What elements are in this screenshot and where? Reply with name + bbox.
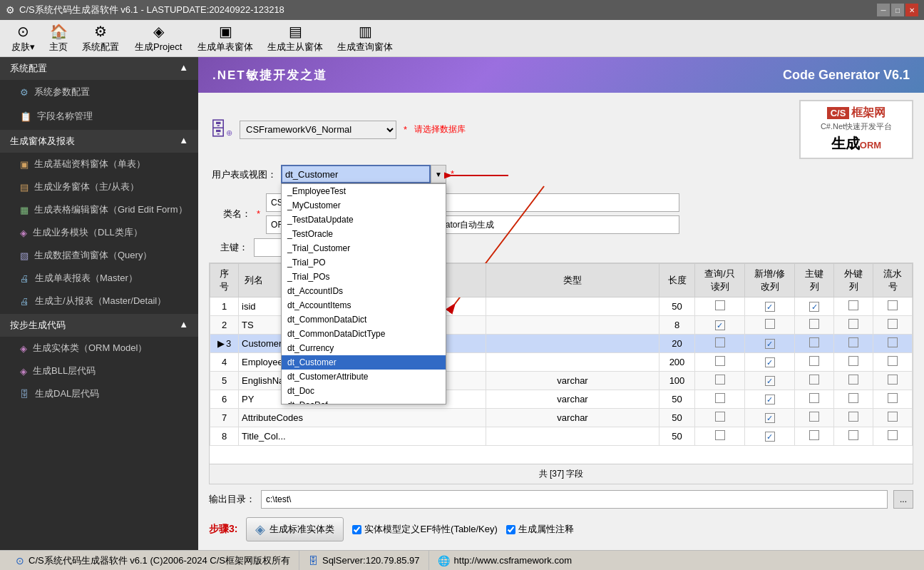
toolbar-genquery-button[interactable]: ▥ 生成查询窗体: [332, 21, 399, 56]
dd-item-8[interactable]: dt_AccountIDs: [282, 284, 446, 298]
output-dir-input[interactable]: [261, 490, 888, 509]
checkbox-unchecked[interactable]: [715, 412, 725, 422]
dd-item-11[interactable]: dt_CommonDataDictType: [282, 327, 446, 341]
checkbox-unchecked[interactable]: [765, 319, 775, 329]
sidebar-item-gengrid[interactable]: ▦ 生成表格编辑窗体（Grid Edit Form）: [0, 198, 198, 221]
sidebar-item-sysparams[interactable]: ⚙ 系统参数配置: [0, 80, 198, 104]
dd-item-3[interactable]: _TestDataUpdate: [282, 213, 446, 227]
toolbar-gensub-button[interactable]: ▤ 生成主从窗体: [262, 21, 329, 56]
sidebar-header-forms[interactable]: 生成窗体及报表▲: [0, 130, 198, 153]
checkbox-checked[interactable]: ✓: [765, 395, 775, 404]
dd-item-selected[interactable]: dt_Customer: [282, 355, 446, 370]
close-btn[interactable]: ✕: [905, 4, 918, 16]
dd-item-4[interactable]: _TestOracle: [282, 227, 446, 241]
sidebar-item-genbll[interactable]: ◈ 生成BLL层代码: [0, 360, 198, 382]
toolbar-skin-button[interactable]: ⊙ 皮肤▾: [6, 21, 41, 56]
sidebar-item-genmaster[interactable]: 🖨 生成单表报表（Master）: [0, 267, 198, 290]
logo-box: C/S 框架网 C#.Net快速开发平台 生成ORM: [799, 100, 913, 159]
orm-step-icon: ◈: [20, 343, 27, 354]
checkbox-unchecked[interactable]: [888, 319, 898, 329]
sidebar-header-steps[interactable]: 按步生成代码▲: [0, 314, 198, 337]
table-text-input[interactable]: [281, 165, 431, 183]
sidebar-header-sysconfig[interactable]: 系统配置▲: [0, 57, 198, 80]
business-form-icon: ▤: [20, 182, 29, 193]
checkbox-unchecked[interactable]: [715, 375, 725, 385]
dd-item-6[interactable]: _Trial_PO: [282, 255, 446, 270]
checkbox-unchecked[interactable]: [848, 337, 858, 347]
dd-item-5[interactable]: _Trial_Customer: [282, 241, 446, 255]
db-dropdown[interactable]: CSFrameworkV6_Normal: [240, 121, 396, 139]
dd-item-10[interactable]: dt_CommonDataDict: [282, 312, 446, 327]
table-req-star: *: [451, 165, 454, 179]
toolbar-genproject-button[interactable]: ◈ 生成Project: [128, 21, 189, 56]
checkbox-unchecked[interactable]: [809, 412, 819, 422]
checkbox-checked[interactable]: ✓: [765, 302, 775, 312]
dd-item-9[interactable]: dt_AccountItems: [282, 298, 446, 312]
checkbox-checked[interactable]: ✓: [765, 432, 775, 442]
checkbox-unchecked[interactable]: [888, 430, 898, 440]
sidebar-item-fieldnames[interactable]: 📋 字段名称管理: [0, 104, 198, 128]
output-browse-button[interactable]: ...: [893, 490, 913, 509]
checkbox-unchecked[interactable]: [848, 300, 858, 310]
comment-checkbox-label[interactable]: 生成属性注释: [506, 523, 574, 536]
table-dropdown-list[interactable]: _EmployeeTest _MyCustomer _TestDataUpdat…: [281, 183, 446, 404]
checkbox-unchecked[interactable]: [888, 337, 898, 347]
checkbox-unchecked[interactable]: [888, 356, 898, 366]
dd-item-1[interactable]: _EmployeeTest: [282, 184, 446, 198]
checkbox-unchecked[interactable]: [715, 356, 725, 366]
toolbar-gensingle-button[interactable]: ▣ 生成单表窗体: [192, 21, 259, 56]
checkbox-unchecked[interactable]: [848, 356, 858, 366]
dd-item-15[interactable]: dt_DocRef: [282, 398, 446, 404]
checkbox-unchecked[interactable]: [809, 393, 819, 403]
checkbox-unchecked[interactable]: [715, 430, 725, 440]
checkbox-unchecked[interactable]: [809, 356, 819, 366]
checkbox-checked[interactable]: ✓: [809, 302, 819, 312]
checkbox-unchecked[interactable]: [848, 375, 858, 385]
checkbox-checked[interactable]: ✓: [765, 357, 775, 367]
checkbox-unchecked[interactable]: [848, 393, 858, 403]
checkbox-unchecked[interactable]: [848, 319, 858, 329]
checkbox-checked[interactable]: ✓: [715, 320, 725, 330]
ef-checkbox-label[interactable]: 实体模型定义EF特性(Table/Key): [352, 523, 497, 536]
sidebar-item-gendll[interactable]: ◈ 生成业务模块（DLL类库）: [0, 221, 198, 244]
sidebar-item-genbusiness[interactable]: ▤ 生成业务窗体（主/从表）: [0, 175, 198, 198]
checkbox-unchecked[interactable]: [809, 319, 819, 329]
checkbox-unchecked[interactable]: [809, 430, 819, 440]
checkbox-checked[interactable]: ✓: [765, 413, 775, 423]
checkbox-unchecked[interactable]: [888, 375, 898, 385]
checkbox-unchecked[interactable]: [888, 300, 898, 310]
dd-item-12[interactable]: dt_Currency: [282, 341, 446, 355]
checkbox-unchecked[interactable]: [888, 412, 898, 422]
dd-item-13[interactable]: dt_CustomerAttribute: [282, 370, 446, 384]
min-btn[interactable]: ─: [877, 4, 890, 16]
toolbar-sysconfig-button[interactable]: ⚙ 系统配置: [76, 21, 125, 56]
checkbox-unchecked[interactable]: [715, 300, 725, 310]
table-dropdown-btn[interactable]: ▼: [431, 165, 446, 183]
sidebar-item-genbasic[interactable]: ▣ 生成基础资料窗体（单表）: [0, 153, 198, 175]
toolbar-home-button[interactable]: 🏠 主页: [43, 21, 73, 56]
dd-item-7[interactable]: _Trial_POs: [282, 270, 446, 284]
ef-checkbox[interactable]: [352, 525, 361, 534]
bll-step-icon: ◈: [20, 366, 27, 377]
checkbox-unchecked[interactable]: [715, 393, 725, 403]
gen-entity-button[interactable]: ◈ 生成标准实体类: [246, 517, 344, 541]
sidebar-item-genorm[interactable]: ◈ 生成实体类（ORM Model）: [0, 337, 198, 360]
checkbox-checked[interactable]: ✓: [765, 376, 775, 386]
max-btn[interactable]: □: [891, 4, 904, 16]
dd-item-2[interactable]: _MyCustomer: [282, 198, 446, 213]
home-toolbar-icon: 🏠: [50, 23, 68, 40]
checkbox-unchecked[interactable]: [809, 337, 819, 347]
checkbox-unchecked[interactable]: [809, 375, 819, 385]
sidebar-item-gendal[interactable]: 🗄 生成DAL层代码: [0, 382, 198, 405]
arrow-right-to-input: [444, 167, 515, 187]
checkbox-unchecked[interactable]: [715, 337, 725, 347]
sidebar-item-genmasterdetail[interactable]: 🖨 生成主/从报表（Master/Detail）: [0, 290, 198, 312]
checkbox-unchecked[interactable]: [888, 393, 898, 403]
checkbox-checked[interactable]: ✓: [765, 339, 775, 349]
sidebar-item-genquerywin[interactable]: ▧ 生成数据查询窗体（Query）: [0, 244, 198, 267]
dd-item-14[interactable]: dt_Doc: [282, 384, 446, 398]
comment-checkbox[interactable]: [506, 525, 515, 534]
checkbox-unchecked[interactable]: [848, 430, 858, 440]
masterdetail-report-icon: 🖨: [20, 296, 29, 307]
checkbox-unchecked[interactable]: [848, 412, 858, 422]
